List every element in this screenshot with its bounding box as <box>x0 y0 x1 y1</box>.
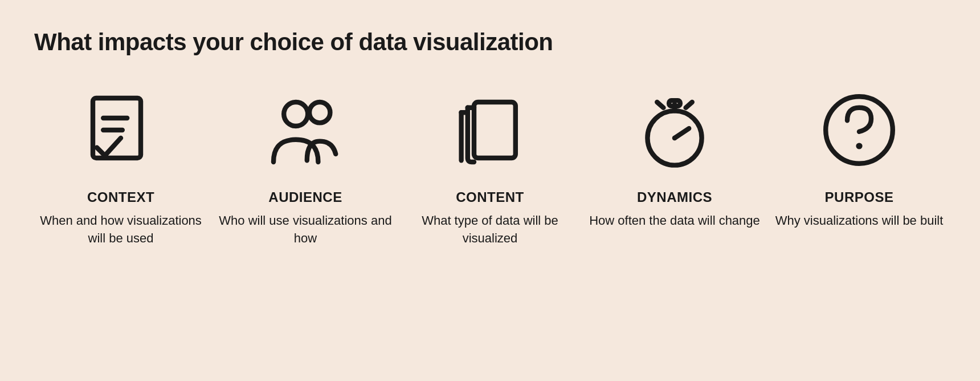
svg-point-14 <box>856 143 862 149</box>
audience-icon <box>260 84 351 176</box>
svg-line-10 <box>686 102 692 108</box>
card-audience: AUDIENCE Who will use visualizations and… <box>219 84 392 248</box>
card-dynamics: DYNAMICS How often the data will change <box>588 84 761 230</box>
question-circle-icon <box>819 90 899 170</box>
context-icon <box>75 84 166 176</box>
svg-point-12 <box>672 136 677 140</box>
svg-rect-5 <box>474 102 516 158</box>
dynamics-description: How often the data will change <box>589 212 760 230</box>
page-title: What impacts your choice of data visuali… <box>34 29 946 56</box>
card-context: CONTEXT When and how visualizations will… <box>34 84 207 248</box>
stopwatch-icon <box>635 90 714 170</box>
svg-line-11 <box>675 128 689 138</box>
content-description: What type of data will be visualized <box>403 212 577 248</box>
audience-title: AUDIENCE <box>268 189 342 205</box>
dynamics-title: DYNAMICS <box>637 189 712 205</box>
svg-point-4 <box>309 102 330 123</box>
svg-line-9 <box>657 102 663 108</box>
dynamics-icon <box>629 84 720 176</box>
audience-description: Who will use visualizations and how <box>219 212 392 248</box>
card-purpose: PURPOSE Why visualizations will be built <box>773 84 946 230</box>
layers-icon <box>450 90 530 170</box>
purpose-icon <box>814 84 905 176</box>
page-container: What impacts your choice of data visuali… <box>0 0 980 381</box>
context-title: CONTEXT <box>87 189 154 205</box>
purpose-title: PURPOSE <box>825 189 894 205</box>
purpose-description: Why visualizations will be built <box>775 212 944 230</box>
content-title: CONTENT <box>456 189 524 205</box>
svg-point-3 <box>284 102 308 126</box>
checklist-icon <box>81 90 161 170</box>
card-content: CONTENT What type of data will be visual… <box>403 84 577 248</box>
people-icon <box>266 90 345 170</box>
cards-container: CONTEXT When and how visualizations will… <box>34 84 946 248</box>
context-description: When and how visualizations will be used <box>34 212 207 248</box>
content-icon <box>444 84 536 176</box>
